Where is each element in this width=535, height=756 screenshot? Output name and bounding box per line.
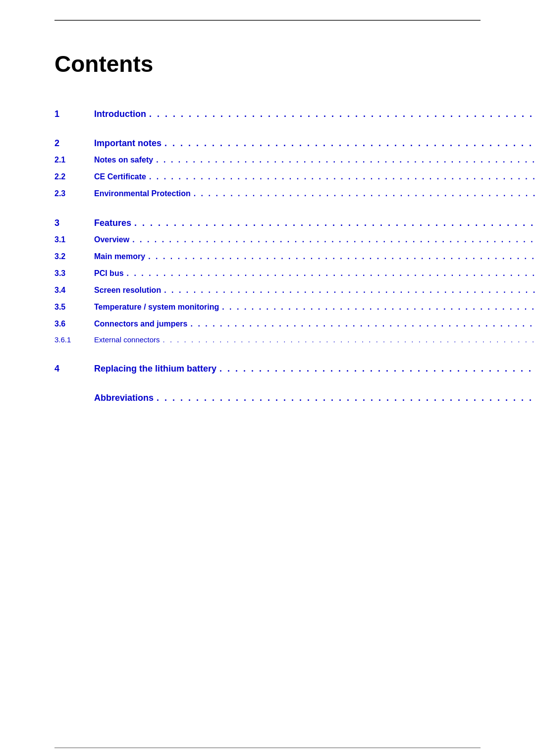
toc-row: 2.1Notes on safety. . . . . . . . . . . … xyxy=(54,152,481,165)
toc-row: 3.6Connectors and jumpers. . . . . . . .… xyxy=(54,316,481,329)
toc-number: 3.1 xyxy=(54,231,94,245)
toc-label: Notes on safety xyxy=(94,156,153,164)
toc-entry-row[interactable]: Main memory. . . . . . . . . . . . . . .… xyxy=(94,248,535,262)
toc-label: Connectors and jumpers xyxy=(94,320,187,328)
toc-entry-row[interactable]: External connectors. . . . . . . . . . .… xyxy=(94,332,535,345)
toc-label: Overview xyxy=(94,235,129,244)
toc-number: 3.5 xyxy=(54,299,94,313)
toc-label: Temperature / system monitoring xyxy=(94,303,219,312)
toc-row: 2.2CE Certificate. . . . . . . . . . . .… xyxy=(54,168,481,182)
toc-dots: . . . . . . . . . . . . . . . . . . . . … xyxy=(219,364,535,374)
page-container: Contents 1Introduction. . . . . . . . . … xyxy=(0,20,535,756)
toc-spacer xyxy=(54,122,481,131)
toc-row: 4Replacing the lithium battery. . . . . … xyxy=(54,357,481,376)
toc-number: 2.1 xyxy=(54,152,94,165)
toc-label: PCI bus xyxy=(94,269,124,278)
toc-dots: . . . . . . . . . . . . . . . . . . . . … xyxy=(149,109,535,119)
toc-dots: . . . . . . . . . . . . . . . . . . . . … xyxy=(148,252,535,261)
toc-number: 3.2 xyxy=(54,248,94,262)
toc-entry-row[interactable]: Replacing the lithium battery. . . . . .… xyxy=(94,357,535,376)
toc-number xyxy=(54,392,94,401)
toc-row: 2Important notes. . . . . . . . . . . . … xyxy=(54,131,481,151)
main-content: Contents 1Introduction. . . . . . . . . … xyxy=(0,21,535,446)
toc-number: 1 xyxy=(54,102,94,121)
toc-number: 3 xyxy=(54,211,94,230)
toc-number: 3.6.1 xyxy=(54,332,94,345)
toc-entry-row[interactable]: Important notes. . . . . . . . . . . . .… xyxy=(94,131,535,151)
toc-number: 3.3 xyxy=(54,265,94,279)
toc-row: 3.4Screen resolution. . . . . . . . . . … xyxy=(54,282,481,296)
toc-label: Features xyxy=(94,218,131,228)
toc-spacer xyxy=(54,377,481,386)
toc-label: CE Certificate xyxy=(94,172,146,181)
toc-spacer xyxy=(54,202,481,211)
toc-dots: . . . . . . . . . . . . . . . . . . . . … xyxy=(156,156,535,164)
toc-row: 2.3Environmental Protection. . . . . . .… xyxy=(54,185,481,199)
toc-label: Abbreviations xyxy=(94,393,154,403)
toc-number: 2 xyxy=(54,131,94,151)
toc-row: 3.3PCI bus. . . . . . . . . . . . . . . … xyxy=(54,265,481,279)
toc-entry-row[interactable]: Connectors and jumpers. . . . . . . . . … xyxy=(94,316,535,329)
toc-number: 3.6 xyxy=(54,316,94,329)
toc-label: Introduction xyxy=(94,109,146,119)
toc-dots: . . . . . . . . . . . . . . . . . . . . … xyxy=(127,269,535,278)
toc-label: Important notes xyxy=(94,138,161,149)
toc-dots: . . . . . . . . . . . . . . . . . . . . … xyxy=(190,320,535,328)
page-title: Contents xyxy=(54,51,481,77)
toc-dots: . . . . . . . . . . . . . . . . . . . . … xyxy=(163,335,535,344)
toc-row: Abbreviations. . . . . . . . . . . . . .… xyxy=(54,386,481,405)
toc-entry-row[interactable]: CE Certificate. . . . . . . . . . . . . … xyxy=(94,168,535,182)
toc-row: 3.2Main memory. . . . . . . . . . . . . … xyxy=(54,248,481,262)
toc-entry-row[interactable]: Screen resolution. . . . . . . . . . . .… xyxy=(94,282,535,296)
toc-number: 4 xyxy=(54,357,94,376)
toc-dots: . . . . . . . . . . . . . . . . . . . . … xyxy=(164,286,535,295)
toc-dots: . . . . . . . . . . . . . . . . . . . . … xyxy=(164,138,535,149)
toc-row: 3Features. . . . . . . . . . . . . . . .… xyxy=(54,211,481,230)
toc-row: 3.5Temperature / system monitoring. . . … xyxy=(54,299,481,313)
toc-entry-row[interactable]: Overview. . . . . . . . . . . . . . . . … xyxy=(94,231,535,245)
toc-number: 3.4 xyxy=(54,282,94,296)
toc-dots: . . . . . . . . . . . . . . . . . . . . … xyxy=(222,303,535,312)
toc-row: 1Introduction. . . . . . . . . . . . . .… xyxy=(54,102,481,121)
toc-label: Screen resolution xyxy=(94,286,161,295)
toc-dots: . . . . . . . . . . . . . . . . . . . . … xyxy=(149,172,535,181)
toc-entry-row[interactable]: Abbreviations. . . . . . . . . . . . . .… xyxy=(94,386,535,405)
toc-label: Environmental Protection xyxy=(94,189,191,198)
toc-entry-row[interactable]: Notes on safety. . . . . . . . . . . . .… xyxy=(94,152,535,165)
toc-label: Replacing the lithium battery xyxy=(94,364,216,374)
toc-entry-row[interactable]: Introduction. . . . . . . . . . . . . . … xyxy=(94,102,535,121)
toc-dots: . . . . . . . . . . . . . . . . . . . . … xyxy=(134,218,535,228)
toc-container: 1Introduction. . . . . . . . . . . . . .… xyxy=(54,102,481,405)
toc-label: External connectors xyxy=(94,335,160,344)
toc-number: 2.3 xyxy=(54,185,94,199)
toc-number: 2.2 xyxy=(54,168,94,182)
toc-dots: . . . . . . . . . . . . . . . . . . . . … xyxy=(157,393,535,403)
toc-entry-row[interactable]: Temperature / system monitoring. . . . .… xyxy=(94,299,535,313)
toc-entry-row[interactable]: Features. . . . . . . . . . . . . . . . … xyxy=(94,211,535,230)
toc-entry-row[interactable]: PCI bus. . . . . . . . . . . . . . . . .… xyxy=(94,265,535,279)
toc-entry-row[interactable]: Environmental Protection. . . . . . . . … xyxy=(94,185,535,199)
toc-row: 3.1Overview. . . . . . . . . . . . . . .… xyxy=(54,231,481,245)
toc-dots: . . . . . . . . . . . . . . . . . . . . … xyxy=(132,235,535,244)
toc-row: 3.6.1External connectors. . . . . . . . … xyxy=(54,332,481,345)
footer-border xyxy=(54,748,481,749)
toc-spacer xyxy=(54,348,481,357)
toc-dots: . . . . . . . . . . . . . . . . . . . . … xyxy=(194,189,535,198)
toc-label: Main memory xyxy=(94,252,145,261)
